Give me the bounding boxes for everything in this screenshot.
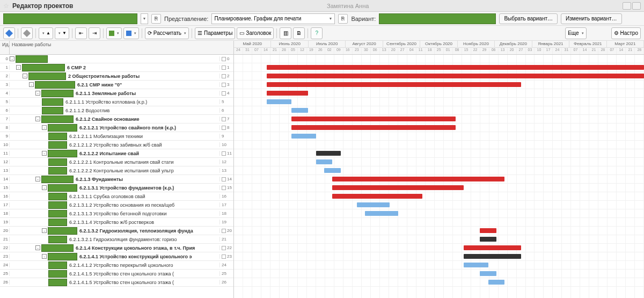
task-row[interactable]: 7-6.2.1.2 Свайное основание7 — [0, 115, 233, 123]
expander-icon[interactable]: - — [42, 228, 47, 233]
gantt-bar[interactable] — [464, 245, 521, 250]
task-row[interactable]: 56.2.1.1.1 Устройство котлована (к.р.)5 — [0, 98, 233, 106]
gantt-bar[interactable] — [480, 271, 496, 276]
timeline-tick: 13 — [380, 48, 389, 55]
expander-icon[interactable]: - — [23, 74, 27, 78]
gantt-bar[interactable] — [316, 151, 341, 156]
gantt-bar[interactable] — [357, 202, 390, 207]
gantt-bar[interactable] — [267, 65, 644, 70]
add-blue-button[interactable] — [3, 27, 15, 39]
task-row[interactable]: 3-6.2.1 СМР ниже "0"3 — [0, 81, 233, 89]
gantt-bar[interactable] — [480, 237, 496, 242]
project-selector[interactable] — [3, 13, 137, 24]
task-row[interactable]: 136.2.1.2.2.2 Контрольные испытания свай… — [0, 166, 233, 175]
tool-button[interactable]: 🗎 — [293, 27, 305, 39]
green-marker-button[interactable]: ▾ — [106, 27, 122, 39]
window-button[interactable] — [623, 2, 631, 10]
task-row[interactable]: 11-6.2.1.2.2 Испытание свай11 — [0, 149, 233, 158]
gantt-bar[interactable] — [267, 74, 644, 78]
expander-icon[interactable]: - — [35, 177, 40, 181]
settings-button[interactable]: ⚙ Настро — [611, 27, 641, 39]
parameters-button[interactable]: ☰ Параметры — [195, 27, 235, 39]
task-row[interactable]: 106.2.1.2.1.2 Устройство забивных ж/б св… — [0, 141, 233, 149]
blue-marker-button[interactable]: ▾ — [123, 27, 139, 39]
outdent-button[interactable]: ⇤ — [75, 27, 87, 39]
gantt-bar[interactable] — [332, 185, 463, 190]
expander-icon[interactable]: - — [35, 117, 40, 121]
more-button[interactable]: Еще ▾ — [565, 27, 586, 39]
link-icon[interactable]: ⎘ — [338, 14, 348, 24]
expander-icon[interactable]: - — [42, 254, 47, 259]
link-icon[interactable]: ⎘ — [151, 14, 161, 24]
task-row[interactable]: 20-6.2.1.3.2 Гидроизоляция, теплоизоляци… — [0, 227, 233, 235]
expander-icon[interactable]: - — [35, 91, 40, 96]
task-row[interactable]: 176.2.1.3.1.2 Устройство основания из пе… — [0, 201, 233, 209]
task-row[interactable]: 126.2.1.2.2.1 Контрольные испытания свай… — [0, 158, 233, 166]
col-id[interactable]: Ид. — [0, 41, 10, 54]
calculate-button[interactable]: ⟳ Рассчитать ▾ — [145, 27, 189, 39]
gantt-bar[interactable] — [480, 228, 496, 233]
task-row[interactable]: 166.2.1.3.1.1 Срубка оголовков свай16 — [0, 192, 233, 201]
tool-button[interactable]: ▥ — [280, 27, 291, 39]
help-button[interactable]: ? — [311, 27, 323, 39]
expander-icon[interactable]: - — [42, 125, 47, 130]
gantt-bar[interactable] — [332, 194, 422, 199]
col-name[interactable]: Название работы — [10, 41, 234, 54]
timeline-month: Октябрь 2020 — [420, 41, 457, 48]
task-row[interactable]: 186.2.1.3.1.3 Устройство бетонной подгот… — [0, 209, 233, 218]
move-up-button[interactable]: ▾ — [39, 27, 53, 39]
gantt-bar[interactable] — [267, 99, 291, 104]
window-button[interactable] — [632, 2, 641, 10]
gantt-bar[interactable] — [464, 263, 488, 267]
task-row[interactable]: 8-6.2.1.2.1 Устройство свайного поля (к.… — [0, 123, 233, 132]
task-row[interactable]: 14-6.2.1.3 Фундаменты14 — [0, 175, 233, 184]
progress-chip — [48, 210, 67, 217]
move-down-button[interactable]: ▾ — [55, 27, 69, 39]
indent-button[interactable]: ⇥ — [89, 27, 100, 39]
row-badge: 23 — [219, 254, 233, 259]
gantt-bar[interactable] — [316, 159, 333, 164]
variant-selector[interactable] — [379, 13, 496, 24]
task-row[interactable]: 66.2.1.1.2 Водоотлив6 — [0, 106, 233, 115]
task-row[interactable]: 2-2 Общестроительные работы2 — [0, 72, 233, 81]
task-row[interactable]: 266.2.1.4.1.5 Устройство стен цокольного… — [0, 278, 233, 287]
task-row[interactable]: 0-0 — [0, 55, 233, 63]
expander-icon[interactable]: - — [16, 65, 21, 70]
task-row[interactable]: 96.2.1.2.1.1 Мобилизация техники9 — [0, 132, 233, 141]
expander-icon[interactable]: - — [10, 56, 14, 61]
add-gray-button[interactable] — [21, 27, 33, 39]
view-select[interactable]: Планирование. График для печати ▼ — [211, 13, 335, 24]
gantt-bar[interactable] — [267, 82, 521, 87]
gantt-bar[interactable] — [291, 108, 308, 113]
expander-icon[interactable]: - — [42, 185, 47, 190]
dropdown-caret-icon[interactable]: ▼ — [141, 13, 148, 24]
select-variant-button[interactable]: Выбрать вариант… — [499, 13, 558, 24]
gantt-bar[interactable] — [488, 280, 505, 285]
row-name-cell: - — [10, 55, 219, 63]
header-button[interactable]: ▭ Заголовок — [237, 27, 274, 39]
task-row[interactable]: 4-6.2.1.1 Земляные работы4 — [0, 89, 233, 98]
task-row[interactable]: 23-6.2.1.4.1 Устройство конструкций цоко… — [0, 252, 233, 261]
gantt-bar[interactable] — [291, 117, 456, 121]
task-row[interactable]: 246.2.1.4.1.2 Устройство перекрытий цоко… — [0, 261, 233, 270]
expander-icon[interactable]: - — [35, 245, 40, 250]
gantt-bar[interactable] — [291, 125, 456, 130]
expander-icon[interactable]: - — [29, 82, 34, 87]
gantt-bar[interactable] — [332, 177, 504, 181]
gantt-bar[interactable] — [267, 91, 308, 96]
gantt-bar[interactable] — [324, 168, 341, 173]
task-row[interactable]: 216.2.1.3.2.1 Гидроизоляция фундаментов:… — [0, 235, 233, 244]
favorite-star-icon[interactable]: ☆ — [3, 2, 9, 10]
gantt-bar[interactable] — [291, 134, 316, 139]
gantt-bar[interactable] — [464, 254, 521, 259]
gantt-bar[interactable] — [365, 211, 398, 216]
task-row[interactable]: 256.2.1.4.1.5 Устройство стен цокольного… — [0, 270, 233, 278]
expander-icon[interactable]: - — [42, 151, 47, 156]
task-row[interactable]: 196.2.1.3.1.4 Устройство ж/б ростверков1… — [0, 218, 233, 227]
task-row[interactable]: 15-6.2.1.3.1 Устройство фундаментов (к.р… — [0, 184, 233, 192]
task-row[interactable]: 22-6.2.1.4 Конструкции цокольного этажа,… — [0, 244, 233, 252]
progress-chip — [35, 81, 75, 89]
change-variant-button[interactable]: Изменить вариант… — [561, 13, 621, 24]
progress-chip — [48, 279, 67, 286]
task-row[interactable]: 1-6 СМР 21 — [0, 63, 233, 72]
